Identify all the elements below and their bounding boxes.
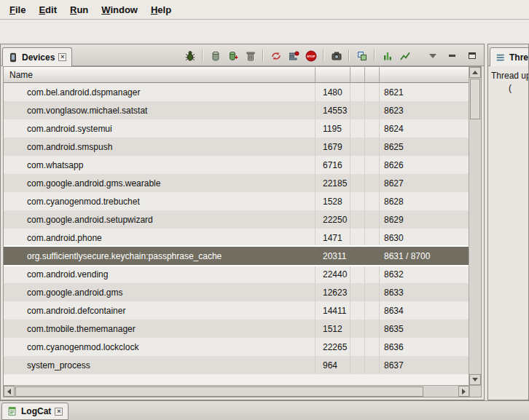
horizontal-scrollbar[interactable]	[4, 386, 469, 397]
process-pid: 20311	[316, 247, 350, 265]
process-spare2	[365, 138, 380, 156]
scroll-right-button[interactable]	[458, 386, 469, 397]
menu-file[interactable]: File	[3, 1, 32, 18]
process-port: 8627	[380, 174, 469, 192]
tab-logcat[interactable]: LogCat ×	[1, 403, 68, 420]
process-spare1	[350, 320, 365, 338]
toolbar-separator	[262, 49, 264, 62]
hierarchy-view-icon[interactable]	[354, 49, 369, 63]
process-row[interactable]: com.android.smspush 1679 8625	[4, 138, 469, 156]
process-row[interactable]: com.google.android.gms 12623 8633	[4, 283, 469, 301]
process-pid: 964	[316, 356, 350, 374]
menu-help[interactable]: Help	[144, 1, 178, 18]
process-row[interactable]: com.bel.android.dspmanager 1480 8621	[4, 83, 469, 101]
process-name: com.google.android.gms.wearable	[4, 174, 316, 192]
horizontal-scroll-thumb[interactable]	[15, 387, 423, 397]
tab-devices[interactable]: Devices ×	[2, 47, 72, 66]
process-pid: 1512	[316, 320, 350, 338]
process-row[interactable]: com.android.defcontainer 14411 8634	[4, 301, 469, 320]
vertical-scrollbar[interactable]	[469, 67, 481, 385]
process-spare2	[365, 265, 380, 283]
dump-hprof-icon[interactable]	[225, 49, 240, 63]
devices-view: Devices ×	[0, 44, 485, 400]
process-spare2	[365, 283, 380, 301]
process-name: com.android.smspush	[4, 138, 316, 156]
process-name: com.tmobile.thememanager	[4, 320, 316, 338]
process-port: 8635	[380, 320, 469, 338]
process-name: org.sufficientlysecure.keychain:passphra…	[4, 247, 316, 265]
process-row[interactable]: com.android.vending 22440 8632	[4, 265, 469, 283]
process-pid: 6716	[316, 156, 350, 174]
column-header-spare2	[365, 67, 380, 83]
process-row[interactable]: com.cyanogenmod.trebuchet 1528 8628	[4, 192, 469, 210]
process-row[interactable]: com.whatsapp 6716 8626	[4, 156, 469, 174]
threads-icon	[495, 52, 506, 63]
scroll-left-button[interactable]	[4, 386, 15, 397]
threads-tabbar: Threa	[488, 44, 528, 66]
maximize-icon[interactable]	[464, 49, 479, 63]
process-row[interactable]: com.vonglasow.michael.satstat 14553 8623	[4, 101, 469, 119]
process-pid: 14411	[316, 301, 350, 320]
process-spare2	[365, 301, 380, 320]
debug-process-icon[interactable]	[182, 49, 197, 63]
process-spare1	[350, 247, 365, 265]
process-spare1	[350, 210, 365, 229]
toolbar-strip	[0, 20, 529, 43]
update-threads-icon[interactable]	[268, 49, 283, 63]
screen-capture-icon[interactable]	[329, 49, 344, 63]
process-name: com.android.phone	[4, 229, 316, 247]
process-row[interactable]: com.android.systemui 1195 8624	[4, 119, 469, 138]
process-row[interactable]: com.google.android.gms.wearable 22185 86…	[4, 174, 469, 192]
process-name: com.whatsapp	[4, 156, 316, 174]
process-spare2	[365, 174, 380, 192]
menu-edit[interactable]: Edit	[32, 1, 63, 18]
process-port: 8633	[380, 283, 469, 301]
process-row[interactable]: system_process 964 8637	[4, 356, 469, 374]
process-port: 8623	[380, 101, 469, 119]
cause-gc-icon[interactable]	[243, 49, 258, 63]
process-name: com.android.defcontainer	[4, 301, 316, 320]
process-spare1	[350, 356, 365, 374]
process-name: com.android.systemui	[4, 119, 316, 138]
column-header-pid[interactable]	[316, 67, 350, 83]
process-spare2	[365, 356, 380, 374]
scroll-up-button[interactable]	[469, 67, 481, 78]
stop-process-icon[interactable]: STOP	[303, 49, 318, 63]
scroll-down-button[interactable]	[469, 374, 481, 385]
process-pid: 14553	[316, 101, 350, 119]
process-spare2	[365, 156, 380, 174]
process-pid: 22440	[316, 265, 350, 283]
column-header-port[interactable]	[380, 67, 469, 83]
process-row[interactable]: com.tmobile.thememanager 1512 8635	[4, 320, 469, 338]
process-row[interactable]: com.android.phone 1471 8630	[4, 229, 469, 247]
minimize-icon[interactable]	[444, 49, 460, 63]
column-header-name[interactable]: Name	[4, 67, 316, 83]
tab-threads[interactable]: Threa	[490, 47, 529, 66]
process-row[interactable]: com.google.android.setupwizard 22250 862…	[4, 210, 469, 229]
process-spare2	[365, 338, 380, 356]
process-name: com.google.android.setupwizard	[4, 210, 316, 229]
view-menu-icon[interactable]	[425, 49, 440, 63]
threads-view: Threa Thread up (	[487, 44, 529, 400]
graph-icon[interactable]	[397, 49, 412, 63]
process-spare2	[365, 192, 380, 210]
menu-window[interactable]: Window	[95, 1, 144, 18]
logcat-icon	[7, 406, 17, 416]
process-pid: 1480	[316, 83, 350, 101]
process-spare2	[365, 83, 380, 101]
update-heap-icon[interactable]	[208, 49, 223, 63]
vertical-scroll-thumb[interactable]	[470, 79, 480, 119]
method-profiling-icon[interactable]	[286, 49, 301, 63]
process-spare1	[350, 101, 365, 119]
process-row[interactable]: com.cyanogenmod.lockclock 22265 8636	[4, 338, 469, 356]
close-icon[interactable]: ×	[58, 53, 66, 61]
process-spare1	[350, 83, 365, 101]
process-spare1	[350, 283, 365, 301]
menu-run[interactable]: Run	[63, 1, 95, 18]
system-info-icon[interactable]	[380, 49, 395, 63]
scrollbar-corner	[469, 386, 481, 397]
process-row[interactable]: org.sufficientlysecure.keychain:passphra…	[4, 247, 469, 265]
close-icon[interactable]: ×	[55, 408, 63, 416]
process-port: 8634	[380, 301, 469, 320]
process-pid: 1528	[316, 192, 350, 210]
